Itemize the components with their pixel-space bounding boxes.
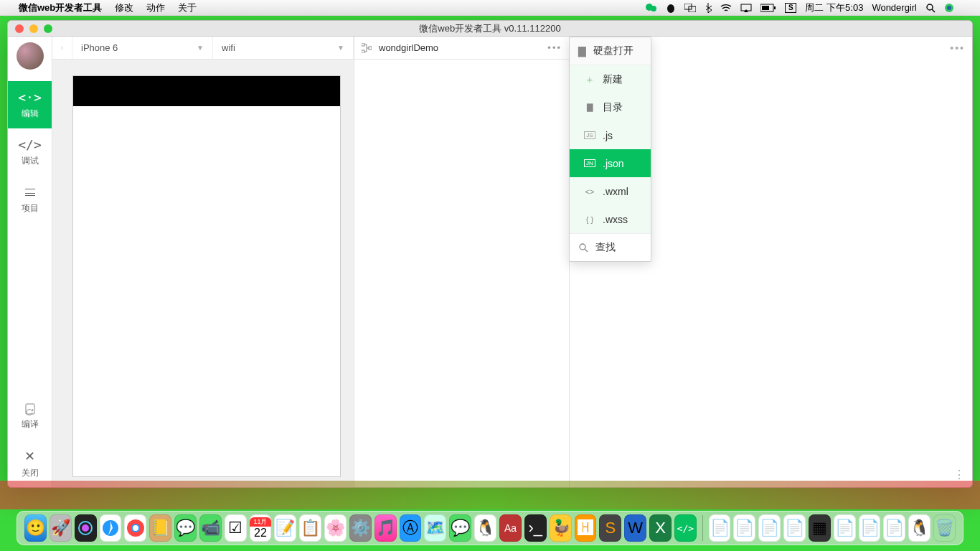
dock-webstorm-icon[interactable]: W [624,514,646,542]
menu-item-new[interactable]: + 新建 [570,65,651,93]
dock-terminal-icon[interactable]: ›_ [524,514,547,542]
dock-doc4-icon[interactable]: 📄 [783,514,806,542]
user-avatar[interactable] [17,42,44,70]
dock-safari-icon[interactable] [100,514,122,542]
debug-icon: </> [18,137,42,152]
menu-item-new-wxss[interactable]: { } .wxss [570,205,651,233]
menu-item-new-js[interactable]: JS .js [570,121,651,149]
dock-doc7-icon[interactable]: 📄 [859,514,881,542]
sidebar-item-project[interactable]: 项目 [8,176,52,223]
dock-doc2-icon[interactable]: 📄 [733,514,755,542]
menu-item-new-dir[interactable]: ▇ 目录 [570,93,651,121]
menu-item-find[interactable]: 查找 [570,233,651,261]
file-tree-panel: wondgirlDemo ••• ▇ 硬盘打开 + 新建 ▇ 目录 JS [354,37,569,487]
input-source-icon[interactable]: S [785,3,796,13]
dock-duck-icon[interactable]: 🦆 [550,514,572,542]
dock-facetime-icon[interactable]: 📹 [199,514,222,542]
dock-chrome-icon[interactable] [124,514,146,542]
dock-doc5-icon[interactable]: ▦ [809,514,831,542]
file-tree-context-menu: ▇ 硬盘打开 + 新建 ▇ 目录 JS .js JN .json [569,37,651,262]
simulator-preview[interactable] [72,75,341,477]
file-tree-more-button[interactable]: ••• [547,42,562,53]
airplay-icon[interactable] [740,4,752,12]
network-selector[interactable]: wifi ▼ [213,37,354,59]
dock-doc6-icon[interactable]: 📄 [834,514,856,542]
notification-center-icon[interactable] [963,4,973,11]
menu-item-new-json[interactable]: JN .json [570,149,651,177]
dock-itunes-icon[interactable]: 🎵 [374,514,397,542]
menu-action[interactable]: 动作 [146,1,165,14]
sidebar-label: 项目 [22,202,39,215]
svg-rect-14 [61,47,63,50]
svg-rect-16 [362,50,364,53]
device-selector[interactable]: iPhone 6 ▼ [72,37,213,59]
window-titlebar[interactable]: 微信web开发者工具 v0.11.112200 [8,21,972,37]
devtools-window: 微信web开发者工具 v0.11.112200 <·> 编辑 </> 调试 项目 [7,20,973,488]
dock-devtools-icon[interactable]: </> [674,514,697,542]
dock-maps-icon[interactable]: 🗺️ [424,514,446,542]
qq-status-icon[interactable] [666,3,676,13]
menu-item-new-wxml[interactable]: <> .wxml [570,177,651,205]
json-file-icon: JN [584,159,595,167]
dock-reminders-icon[interactable]: ☑︎ [225,514,247,542]
dock-dictionary-icon[interactable]: Aa [499,514,522,542]
dock-notes-icon[interactable]: 📝 [274,514,296,542]
wxss-file-icon: { } [584,215,595,224]
close-icon: ✕ [24,448,35,464]
chevron-down-icon: ▼ [337,44,344,52]
dock-reminders2-icon[interactable]: 📋 [299,514,321,542]
dock-photos-icon[interactable]: 🌸 [324,514,347,542]
dock-preferences-icon[interactable]: ⚙️ [349,514,372,542]
editor-info-button[interactable]: ⋮ [953,468,965,481]
dock-wechat-icon[interactable]: 💬 [449,514,471,542]
spotlight-icon[interactable] [925,3,936,13]
dock-separator [702,515,703,541]
dock-doc9-icon[interactable]: 🐧 [908,514,930,542]
siri-icon[interactable] [944,3,954,13]
dock-excel-icon[interactable]: X [649,514,672,542]
search-icon [578,242,588,253]
clock[interactable]: 周二 下午5:03 [805,1,863,14]
window-title: 微信web开发者工具 v0.11.112200 [8,22,972,35]
sidebar-item-debug[interactable]: </> 调试 [8,128,52,176]
dock-launchpad-icon[interactable]: 🚀 [50,514,72,542]
menu-item-open-disk[interactable]: ▇ 硬盘打开 [570,37,651,65]
dock-doc1-icon[interactable]: 📄 [709,514,731,542]
dock-doc8-icon[interactable]: 📄 [883,514,905,542]
simulator-toolbar: iPhone 6 ▼ wifi ▼ [52,37,354,60]
app-menu[interactable]: 微信web开发者工具 [19,1,102,14]
sidebar-label: 调试 [22,155,39,167]
user-name[interactable]: Wondergirl [872,2,917,13]
bluetooth-icon[interactable] [705,3,712,13]
desktop-wallpaper [0,481,980,509]
wifi-icon[interactable] [720,4,732,12]
svg-point-2 [667,4,674,13]
dock-hbuilder-icon[interactable]: 🅷 [575,514,597,542]
svg-point-18 [580,244,585,250]
svg-point-21 [82,524,89,532]
dock-siri-icon[interactable] [75,514,97,542]
dock-appstore-icon[interactable]: Ⓐ [400,514,422,542]
wechat-status-icon[interactable] [646,3,657,13]
dock-trash-icon[interactable]: 🗑️ [933,514,956,542]
dock-doc3-icon[interactable]: 📄 [758,514,781,542]
sidebar-item-compile[interactable]: 编译 [8,392,52,440]
svg-rect-15 [362,43,364,46]
dock-sublime-icon[interactable]: S [599,514,621,542]
displays-icon[interactable] [684,4,696,12]
menu-modify[interactable]: 修改 [115,1,133,14]
sidebar-item-edit[interactable]: <·> 编辑 [8,81,52,128]
dock-finder-icon[interactable]: 🙂 [24,514,47,542]
dock-contacts-icon[interactable]: 📒 [149,514,171,542]
tree-icon[interactable] [362,43,372,53]
network-selector-label: wifi [222,42,235,53]
dock-qq-icon[interactable]: 🐧 [474,514,496,542]
battery-icon[interactable] [760,4,776,12]
menu-about[interactable]: 关于 [178,1,197,14]
editor-more-button[interactable]: ••• [950,42,965,54]
dock-calendar-icon[interactable]: 11月22 [250,514,272,542]
device-orientation-button[interactable] [52,37,72,59]
sidebar-label: 关闭 [22,467,39,479]
svg-rect-8 [774,6,776,9]
dock-messages-icon[interactable]: 💬 [174,514,197,542]
